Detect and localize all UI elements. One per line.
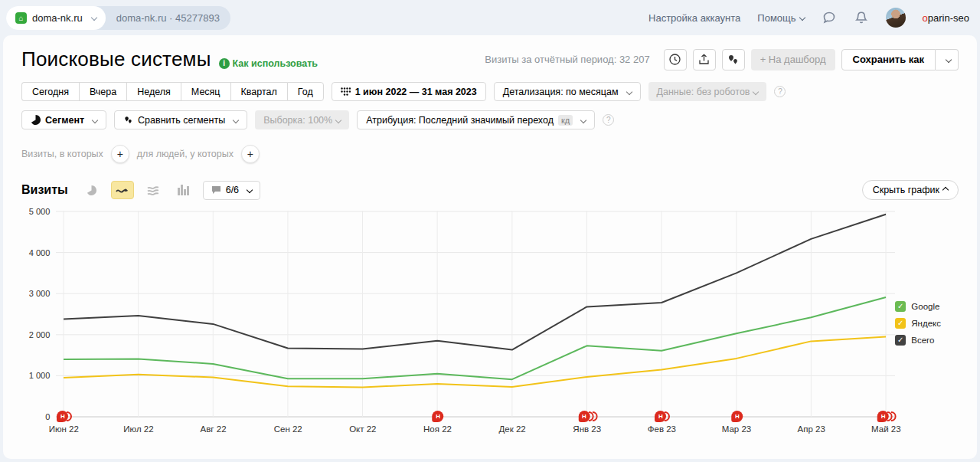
- chart-type-area-button[interactable]: [142, 181, 165, 199]
- note-badge-icon: Н: [731, 411, 743, 422]
- pie-icon: [31, 115, 41, 125]
- compare-segments-dropdown[interactable]: Сравнить сегменты: [114, 110, 247, 129]
- visits-condition-label: Визиты, в которых: [21, 149, 103, 159]
- history-button[interactable]: [664, 49, 687, 70]
- period-visits-summary: Визиты за отчётный период: 32 207: [485, 54, 649, 65]
- x-axis-tick: Сен 22: [274, 424, 302, 434]
- add-visit-condition-button[interactable]: +: [111, 145, 129, 163]
- save-as-button[interactable]: Сохранить как: [841, 49, 936, 70]
- attribution-button[interactable]: Атрибуция: Последний значимый переход кд: [357, 110, 595, 129]
- chevron-down-icon: [92, 116, 98, 123]
- x-axis-tick: Апр 23: [798, 424, 825, 434]
- legend-item[interactable]: ✓Всего: [895, 335, 959, 346]
- help-icon[interactable]: ?: [603, 114, 614, 126]
- note-badge-icon: Н: [655, 411, 666, 422]
- counter-selector[interactable]: ⌂ doma-nk.ru: [6, 6, 106, 30]
- note-marker[interactable]: Н: [877, 411, 897, 422]
- note-marker[interactable]: Н: [731, 411, 743, 422]
- help-icon[interactable]: ?: [774, 86, 786, 97]
- chevron-down-icon: [946, 56, 952, 62]
- legend-checkbox[interactable]: ✓: [895, 335, 906, 346]
- how-to-use-link[interactable]: i Как использовать: [219, 58, 318, 69]
- clock-icon: [668, 53, 681, 66]
- note-badge-icon: Н: [877, 411, 889, 422]
- chart-metric-title: Визиты: [21, 183, 68, 197]
- chevron-up-icon: [942, 187, 949, 193]
- legend-checkbox[interactable]: ✓: [895, 301, 906, 312]
- legend-item[interactable]: ✓Google: [895, 301, 959, 312]
- stacked-area-icon: [147, 185, 159, 195]
- quick-range-button[interactable]: Квартал: [230, 82, 287, 101]
- segment-button[interactable]: Сегмент: [21, 110, 106, 129]
- add-to-dashboard-button[interactable]: + На дашборд: [751, 49, 835, 70]
- export-button[interactable]: [693, 49, 716, 70]
- legend-label: Google: [911, 302, 939, 311]
- note-marker[interactable]: Н: [57, 411, 72, 422]
- note-marker[interactable]: Н: [579, 411, 598, 422]
- x-axis-tick: Май 23: [871, 424, 901, 434]
- quick-range-button[interactable]: Вчера: [79, 82, 126, 101]
- save-as-dropdown[interactable]: [936, 49, 959, 70]
- note-arc-icon: [891, 411, 897, 421]
- quick-range-button[interactable]: Год: [287, 82, 324, 101]
- x-axis-tick: Авг 22: [201, 424, 227, 434]
- note-badge-icon: Н: [57, 411, 68, 422]
- sampling-button[interactable]: Выборка: 100%: [255, 110, 349, 129]
- chevron-down-icon: [753, 88, 759, 94]
- quick-range-button[interactable]: Неделя: [126, 82, 181, 101]
- export-icon: [697, 53, 710, 66]
- chart-type-columns-button[interactable]: [172, 181, 195, 199]
- chart-y-axis: 5 0004 0003 0002 0001 0000: [21, 211, 56, 418]
- note-arc-icon: [593, 411, 598, 421]
- add-people-condition-button[interactable]: +: [241, 145, 260, 163]
- legend-label: Яндекс: [911, 319, 941, 328]
- account-settings-link[interactable]: Настройка аккаунта: [648, 12, 740, 24]
- compare-segments-button[interactable]: [722, 49, 745, 70]
- page-title: Поисковые системы: [21, 48, 211, 71]
- chart-x-axis: Июн 22НИюл 22Авг 22Сен 22Окт 22Ноя 22НДе…: [56, 418, 895, 441]
- legend-checkbox[interactable]: ✓: [895, 318, 906, 329]
- chat-icon[interactable]: [822, 10, 837, 25]
- visits-chart: 5 0004 0003 0002 0001 0000 Июн 22НИюл 22…: [21, 211, 959, 441]
- y-axis-tick: 1 000: [29, 371, 51, 380]
- chevron-down-icon: [247, 187, 253, 193]
- note-badge-icon: Н: [433, 411, 444, 422]
- y-axis-tick: 4 000: [29, 248, 51, 257]
- help-menu[interactable]: Помощь: [757, 12, 804, 24]
- note-marker[interactable]: Н: [655, 411, 670, 422]
- annotations-button[interactable]: 6/6: [203, 181, 260, 200]
- quick-range-button[interactable]: Месяц: [181, 82, 230, 101]
- x-axis-tick: Дек 22: [499, 424, 526, 434]
- counter-favicon-icon: ⌂: [15, 12, 27, 24]
- legend-item[interactable]: ✓Яндекс: [895, 318, 959, 329]
- hide-chart-button[interactable]: Скрыть график: [862, 180, 959, 200]
- note-marker[interactable]: Н: [433, 411, 444, 422]
- chart-plot-area[interactable]: Июн 22НИюл 22Авг 22Сен 22Окт 22Ноя 22НДе…: [56, 211, 895, 441]
- counter-name: doma-nk.ru: [32, 12, 83, 24]
- info-icon: i: [219, 58, 230, 69]
- chart-legend: ✓Google✓Яндекс✓Всего: [895, 211, 959, 441]
- report-card: Поисковые системы i Как использовать Виз…: [3, 35, 977, 459]
- segments-drops-icon: [727, 53, 740, 66]
- calendar-grid-icon: [341, 87, 351, 96]
- segments-drops-icon: [123, 115, 133, 125]
- x-axis-tick: Окт 22: [349, 424, 376, 434]
- detalization-button[interactable]: Детализация: по месяцам: [494, 82, 641, 101]
- data-mode-button[interactable]: Данные: без роботов: [648, 82, 767, 101]
- chevron-down-icon: [580, 116, 586, 123]
- quick-range-button[interactable]: Сегодня: [21, 82, 79, 101]
- y-axis-tick: 2 000: [29, 330, 51, 339]
- comment-bubble-icon: [211, 185, 221, 195]
- bell-icon[interactable]: [854, 10, 869, 25]
- x-axis-tick: Ноя 22: [423, 424, 452, 434]
- note-badge-icon: Н: [579, 411, 590, 422]
- attribution-badge: кд: [558, 115, 573, 126]
- y-axis-tick: 0: [45, 412, 50, 421]
- y-axis-tick: 3 000: [29, 289, 51, 298]
- chevron-down-icon: [626, 88, 632, 94]
- avatar[interactable]: [886, 8, 906, 28]
- date-range-button[interactable]: 1 июн 2022 — 31 мая 2023: [332, 82, 486, 101]
- chart-type-line-button[interactable]: [111, 181, 134, 199]
- username[interactable]: oparin-seo: [923, 12, 969, 24]
- chart-type-pie-button[interactable]: [80, 181, 103, 199]
